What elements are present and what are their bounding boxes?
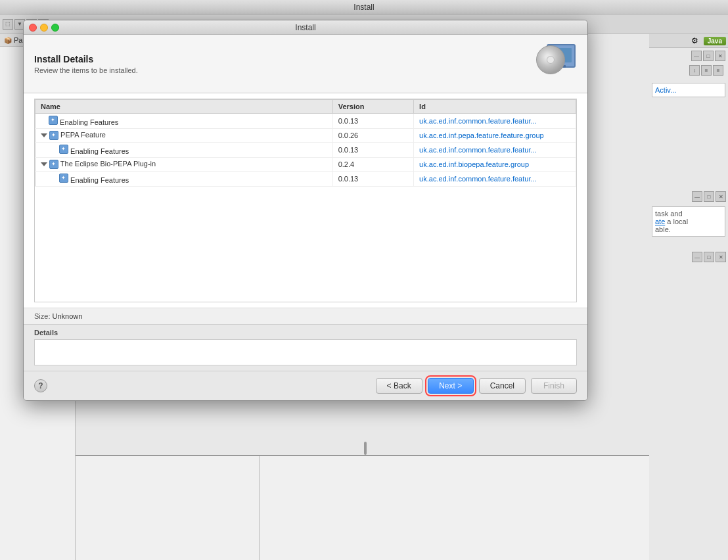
ide-title: Install xyxy=(353,3,374,12)
row-id-link[interactable]: uk.ac.ed.inf.biopepa.feature.group xyxy=(419,160,529,168)
install-details-title: Install Details xyxy=(34,54,138,64)
back-button[interactable]: < Back xyxy=(376,378,422,394)
row-name: PEPA Feature xyxy=(35,129,333,143)
right-icon-group: ↕ ≡ ≡ xyxy=(687,63,725,78)
java-badge: Java xyxy=(704,37,726,45)
finish-button[interactable]: Finish xyxy=(531,378,577,394)
minimize-button[interactable] xyxy=(40,24,48,32)
bottom-left-panel xyxy=(76,456,260,560)
table-row[interactable]: Enabling Features 0.0.13 uk.ac.ed.inf.co… xyxy=(35,143,576,158)
right-icon-row-1: — □ ✕ xyxy=(691,51,725,61)
dialog-header: Install Details Review the items to be i… xyxy=(24,35,587,93)
dialog-title: Install xyxy=(295,23,315,32)
install-details-subtitle: Review the items to be installed. xyxy=(34,66,138,74)
details-label: Details xyxy=(34,329,577,337)
expand-icon[interactable] xyxy=(41,133,47,137)
size-label: Size: xyxy=(34,312,50,320)
bottom-panels xyxy=(76,455,649,560)
dialog-footer: ? < Back Next > Cancel Finish xyxy=(24,371,587,400)
row-id-link[interactable]: uk.ac.ed.inf.common.feature.featur... xyxy=(419,146,537,154)
row-id-link[interactable]: uk.ac.ed.inf.common.feature.featur... xyxy=(419,175,537,183)
install-table-container[interactable]: Name Version Id xyxy=(34,99,577,302)
right-icon-1[interactable]: — xyxy=(691,51,702,61)
expand-icon[interactable] xyxy=(41,162,47,166)
right-third-icon-1[interactable]: — xyxy=(692,252,702,262)
right-bottom-icon-3[interactable]: ✕ xyxy=(716,191,726,202)
right-icon-2[interactable]: □ xyxy=(703,51,714,61)
right-third-icon-3[interactable]: ✕ xyxy=(716,252,726,262)
right-third-icon-2[interactable]: □ xyxy=(704,252,714,262)
tree-icon xyxy=(49,116,58,125)
row-name: Enabling Features xyxy=(35,172,333,187)
close-button[interactable] xyxy=(29,24,37,32)
row-id: uk.ac.ed.inf.common.feature.featur... xyxy=(414,114,576,129)
resize-handle[interactable] xyxy=(364,442,367,455)
activ-label[interactable]: Activ... xyxy=(655,86,722,94)
help-button[interactable]: ? xyxy=(34,379,47,392)
maximize-button[interactable] xyxy=(51,24,59,32)
row-id: uk.ac.ed.inf.pepa.feature.feature.group xyxy=(414,129,576,143)
row-id-link[interactable]: uk.ac.ed.inf.common.feature.featur... xyxy=(419,117,537,125)
tree-icon xyxy=(59,145,68,154)
cancel-button[interactable]: Cancel xyxy=(479,378,526,394)
row-version: 0.0.13 xyxy=(332,143,413,158)
tree-icon xyxy=(41,160,58,169)
dialog-header-text: Install Details Review the items to be i… xyxy=(34,54,138,74)
table-row[interactable]: Enabling Features 0.0.13 uk.ac.ed.inf.co… xyxy=(35,172,576,187)
dialog-titlebar: Install xyxy=(24,20,587,35)
tree-icon xyxy=(59,174,68,183)
ide-titlebar: Install xyxy=(0,0,728,14)
row-id: uk.ac.ed.inf.common.feature.featur... xyxy=(414,143,576,158)
feature-icon xyxy=(59,174,68,183)
details-content xyxy=(34,339,577,365)
row-id-link[interactable]: uk.ac.ed.inf.pepa.feature.feature.group xyxy=(419,131,544,139)
row-version: 0.0.13 xyxy=(332,172,413,187)
row-version: 0.2.4 xyxy=(332,158,413,172)
right-bottom-icon-2[interactable]: □ xyxy=(704,191,714,202)
right-bottom-icon-1[interactable]: — xyxy=(692,191,702,202)
size-section: Size: Unknown xyxy=(24,308,587,324)
row-version: 0.0.26 xyxy=(332,129,413,143)
bottom-right-panel xyxy=(260,456,649,560)
right-icon-6[interactable]: ≡ xyxy=(713,65,723,76)
local-text: a local xyxy=(665,218,688,225)
row-id: uk.ac.ed.inf.biopepa.feature.group xyxy=(414,158,576,172)
gear-icon[interactable]: ⚙ xyxy=(691,36,698,45)
tree-icon xyxy=(41,131,58,140)
right-panel: ⚙ Java — □ ✕ ↕ ≡ ≡ xyxy=(649,34,728,297)
row-name: Enabling Features xyxy=(35,114,333,129)
row-name: The Eclipse Bio-PEPA Plug-in xyxy=(35,158,333,172)
feature-icon xyxy=(49,116,58,125)
col-version: Version xyxy=(332,100,413,114)
details-section: Details xyxy=(24,324,587,371)
desktop: Install ⬚ ▼ ⬚ ▼ 📦 Package E ⚙ Java xyxy=(0,0,728,560)
feature-icon xyxy=(49,131,58,140)
ate-link[interactable]: ate xyxy=(655,218,665,225)
table-body: Enabling Features 0.0.13 uk.ac.ed.inf.co… xyxy=(35,114,576,187)
traffic-lights xyxy=(29,24,59,32)
able-text: able. xyxy=(655,225,722,233)
next-button[interactable]: Next > xyxy=(428,378,474,394)
table-row[interactable]: PEPA Feature 0.0.26 uk.ac.ed.inf.pepa.fe… xyxy=(35,129,576,143)
header-icon-area xyxy=(535,43,577,85)
footer-right: < Back Next > Cancel Finish xyxy=(376,378,577,394)
row-version: 0.0.13 xyxy=(332,114,413,129)
table-header: Name Version Id xyxy=(35,100,576,114)
right-icon-5[interactable]: ≡ xyxy=(701,65,712,76)
cd-icon xyxy=(536,45,565,74)
footer-left: ? xyxy=(34,379,47,392)
install-table: Name Version Id xyxy=(35,99,576,187)
package-icon: 📦 xyxy=(4,37,12,44)
row-id: uk.ac.ed.inf.common.feature.featur... xyxy=(414,172,576,187)
install-dialog: Install Install Details Review the items… xyxy=(23,20,588,401)
table-row[interactable]: The Eclipse Bio-PEPA Plug-in 0.2.4 uk.ac… xyxy=(35,158,576,172)
task-text: task and xyxy=(655,210,722,218)
col-id: Id xyxy=(414,100,576,114)
toolbar-icon-1[interactable]: ⬚ xyxy=(3,19,13,30)
right-icon-3[interactable]: ✕ xyxy=(715,51,725,61)
feature-icon xyxy=(49,160,58,169)
size-value: Unknown xyxy=(53,312,83,320)
right-icon-4[interactable]: ↕ xyxy=(689,65,700,76)
table-row[interactable]: Enabling Features 0.0.13 uk.ac.ed.inf.co… xyxy=(35,114,576,129)
feature-icon xyxy=(59,145,68,154)
